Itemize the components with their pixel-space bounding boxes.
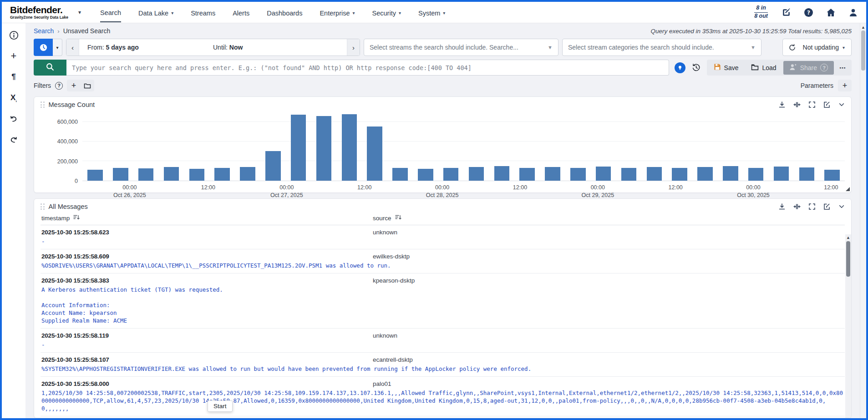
x-tick-label: 12:00 [669, 184, 683, 192]
add-parameter-button[interactable]: + [838, 80, 852, 91]
message-timestamp: 2025-10-30 15:25:58.107 [41, 356, 373, 364]
table-row[interactable]: 2025-10-30 15:25:58.000palo011,2025/10/3… [41, 377, 845, 416]
info-icon[interactable] [8, 30, 19, 40]
streams-select[interactable]: Select streams the search should include… [364, 39, 558, 56]
drag-handle-icon[interactable] [41, 203, 45, 210]
help-icon[interactable]: ? [55, 82, 63, 90]
column-header-source[interactable]: source [373, 214, 401, 222]
table-row[interactable]: 2025-10-30 15:25:58.119unknown- [41, 329, 845, 353]
messages-scrollbar: ▲ [845, 234, 851, 418]
nav-item-label: Streams [191, 10, 215, 17]
breadcrumb-current: Unsaved Search [63, 27, 111, 35]
table-row[interactable]: 2025-10-30 15:25:58.623unknown- [41, 225, 845, 249]
timerange-from[interactable]: From: 5 days ago [87, 44, 213, 51]
sort-icon[interactable] [73, 214, 80, 222]
help-icon: ? [820, 64, 828, 71]
edit-icon[interactable] [823, 101, 831, 108]
refresh-icon[interactable] [783, 39, 802, 56]
nav-item-dashboards[interactable]: Dashboards [267, 3, 302, 22]
table-row[interactable]: 2025-10-30 15:25:58.383kpearson-dsktpA K… [41, 273, 845, 329]
add-icon[interactable]: + [8, 51, 19, 61]
chart-bar [443, 168, 459, 181]
table-row[interactable]: 2025-10-30 15:25:58.609ewilkes-dsktp%OSD… [41, 249, 845, 273]
formatting-icon[interactable]: X, [8, 92, 19, 103]
y-tick-label: 600,000 [57, 119, 78, 125]
chart-bar [138, 168, 154, 181]
chevron-down-icon[interactable] [838, 203, 845, 210]
help-icon[interactable]: ? [804, 8, 813, 17]
gridline [82, 121, 845, 122]
search-button[interactable] [34, 60, 66, 76]
chart-bar [774, 167, 789, 181]
fullscreen-icon[interactable] [808, 203, 816, 210]
chevron-left-icon[interactable]: ‹ [66, 39, 79, 56]
message-source: palo01 [373, 380, 391, 388]
timerange-row: ▾ ‹ From: 5 days ago Until: Now › Select… [25, 37, 860, 56]
share-icon [789, 63, 797, 72]
gridline [82, 161, 845, 161]
nav-item-enterprise[interactable]: Enterprise▾ [320, 3, 355, 22]
redo-icon[interactable] [8, 134, 19, 145]
clock-icon[interactable] [34, 39, 53, 56]
throughput-out: 8 out [754, 13, 768, 19]
x-tick-label: 12:00 [357, 184, 371, 192]
throughput-indicator[interactable]: 8 in 8 out [754, 5, 768, 20]
nav-item-system[interactable]: System▾ [418, 3, 445, 22]
load-button[interactable]: Load [745, 61, 782, 75]
message-count-plot [82, 112, 845, 181]
chevron-down-icon[interactable]: ▾ [78, 9, 81, 15]
timerange-until[interactable]: Until: Now [213, 44, 339, 51]
column-header-timestamp[interactable]: timestamp [41, 214, 373, 222]
hint-icon[interactable] [675, 62, 685, 73]
refresh-interval-button[interactable]: Not updating▾ [802, 44, 851, 51]
more-icon[interactable]: ⋯ [835, 62, 851, 74]
share-button[interactable]: Share ? [783, 61, 834, 75]
message-text: %OSDRIVE%\USERS\GRANAT\APPDATA\LOCAL\TEM… [41, 262, 844, 269]
scrollbar-thumb[interactable] [861, 30, 865, 71]
nav-item-alerts[interactable]: Alerts [233, 3, 249, 22]
chart-bar [799, 167, 815, 181]
message-text: %SYSTEM32%\APPHOSTREGISTRATIONVERIFIER.E… [41, 365, 844, 373]
compress-icon[interactable] [793, 101, 801, 108]
table-row[interactable]: 2025-10-30 15:25:58.000palo011,2025/10/3… [41, 416, 845, 418]
nav-item-data-lake[interactable]: Data Lake▾ [138, 3, 173, 22]
scrollbar-thumb[interactable] [846, 241, 850, 277]
brand-subtitle: GravityZone Security Data Lake [10, 15, 68, 20]
app-frame: Bitdefender. GravityZone Security Data L… [0, 0, 868, 420]
parameters-label: Parameters [801, 82, 833, 89]
table-row[interactable]: 2025-10-30 15:25:58.107ecantrell-dsktp%S… [41, 353, 845, 377]
table-row-header: 2025-10-30 15:25:58.383kpearson-dsktp [41, 277, 844, 284]
chart-bar [291, 115, 306, 181]
fullscreen-icon[interactable] [808, 101, 816, 108]
edit-icon[interactable] [782, 8, 791, 17]
chevron-down-icon[interactable] [838, 101, 845, 108]
stream-categories-select[interactable]: Select stream categories the search shou… [562, 39, 761, 56]
nav-item-security[interactable]: Security▾ [372, 3, 401, 22]
nav-item-label: Dashboards [267, 10, 302, 17]
edit-icon[interactable] [823, 203, 831, 210]
nav-item-search[interactable]: Search [100, 3, 121, 22]
save-button[interactable]: Save [708, 61, 745, 74]
add-filter-button[interactable]: + [67, 80, 81, 91]
undo-icon[interactable] [8, 113, 19, 124]
drag-handle-icon[interactable] [41, 101, 45, 108]
history-icon[interactable] [692, 60, 700, 76]
download-icon[interactable] [778, 203, 786, 210]
search-query-input[interactable] [66, 60, 669, 76]
nav-item-streams[interactable]: Streams [191, 3, 215, 22]
paragraph-icon[interactable]: ¶ [8, 71, 19, 82]
svg-text:?: ? [807, 10, 810, 16]
download-icon[interactable] [778, 101, 786, 108]
scroll-up-icon[interactable]: ▲ [845, 235, 851, 240]
brand-logo[interactable]: Bitdefender. GravityZone Security Data L… [10, 5, 68, 20]
resize-handle[interactable] [846, 187, 850, 191]
compress-icon[interactable] [793, 203, 801, 210]
folder-icon[interactable] [81, 80, 94, 91]
breadcrumb-search-link[interactable]: Search [34, 27, 54, 35]
chevron-right-icon[interactable]: › [347, 39, 360, 56]
user-icon[interactable] [848, 8, 858, 17]
home-icon[interactable] [826, 8, 836, 17]
scroll-up-icon[interactable]: ▲ [860, 25, 866, 30]
timerange-dropdown-caret[interactable]: ▾ [53, 39, 62, 56]
sort-icon[interactable] [395, 214, 401, 222]
